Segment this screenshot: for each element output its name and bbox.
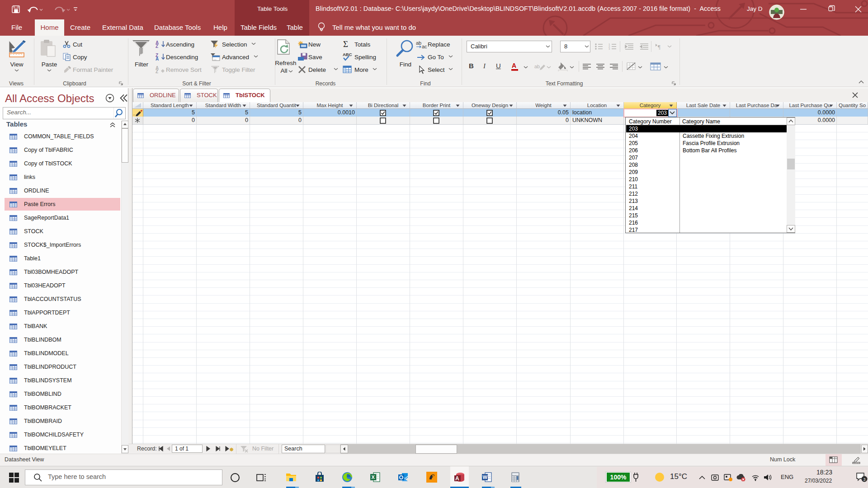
svg-text:A: A [156, 56, 159, 61]
svg-text:W: W [483, 474, 488, 480]
svg-text:A: A [455, 475, 459, 482]
svg-text:3: 3 [863, 477, 866, 482]
svg-text:X: X [372, 474, 375, 480]
svg-text:ac: ac [422, 44, 427, 48]
svg-text:..: .. [133, 112, 135, 116]
svg-text:Z: Z [156, 44, 158, 48]
svg-text:Σ: Σ [343, 39, 348, 48]
svg-text:¶: ¶ [658, 43, 660, 50]
svg-text:ab: ab [534, 64, 540, 69]
svg-text:...: ... [213, 57, 217, 61]
svg-text:Z: Z [156, 69, 158, 73]
svg-text:3: 3 [609, 47, 610, 50]
svg-text:ABC: ABC [343, 52, 352, 57]
svg-text:A: A [512, 62, 516, 69]
svg-text:ab: ab [416, 40, 421, 46]
